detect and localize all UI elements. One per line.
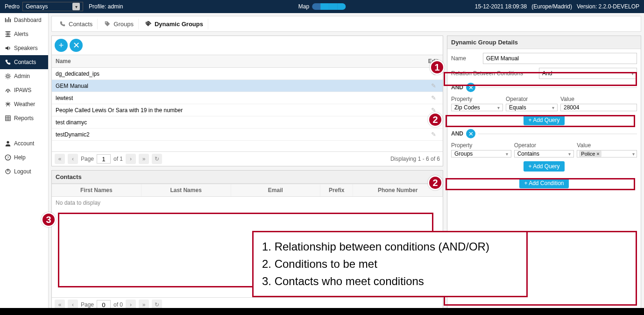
map-label: Map: [298, 3, 309, 10]
sidebar-item-contacts[interactable]: Contacts: [0, 55, 48, 69]
tab-contacts[interactable]: Contacts: [55, 19, 98, 29]
page-input[interactable]: [97, 154, 111, 164]
value-tag-input[interactable]: Police × ▾: [577, 150, 637, 158]
tabstrip: Contacts Groups Dynamic Groups: [51, 16, 641, 32]
value-input[interactable]: [560, 104, 637, 111]
sidebar-item-label: Admin: [14, 73, 30, 79]
table-row[interactable]: lewtest✎: [52, 92, 443, 104]
chevron-down-icon: ▾: [632, 151, 635, 157]
name-input[interactable]: [483, 53, 637, 64]
relation-label: Relation Between Conditions: [451, 70, 535, 77]
toggle-seg: [329, 3, 337, 10]
sidebar-item-speakers[interactable]: Speakers: [0, 41, 48, 55]
bottom-black-bar: [0, 308, 644, 315]
row-name: GEM Manual: [52, 80, 424, 92]
sidebar-item-label: IPAWS: [14, 87, 31, 93]
table-row[interactable]: People Called Lewis Or Sara with 19 in t…: [52, 104, 443, 116]
edit-icon[interactable]: ✎: [431, 94, 436, 101]
annotation-badge-2b: 2: [428, 175, 443, 190]
sidebar-item-logout[interactable]: Logout: [0, 165, 48, 179]
add-query-button[interactable]: + Add Query: [524, 161, 564, 172]
table-row[interactable]: dg_dedicated_ips✎: [52, 68, 443, 80]
operator-value: Contains: [517, 150, 539, 157]
remove-condition-button[interactable]: ✕: [466, 83, 475, 92]
row-name: People Called Lewis Or Sara with 19 in t…: [52, 105, 424, 116]
sidebar-item-help[interactable]: ? Help: [0, 150, 48, 165]
property-select[interactable]: Groups ▾: [451, 150, 511, 158]
sidebar-item-label: Logout: [14, 168, 31, 175]
page-label: Page: [81, 301, 94, 308]
toggle-track: [312, 3, 346, 10]
version: Version: 2.2.0-DEVELOP: [577, 3, 639, 10]
page-refresh-button[interactable]: ↻: [152, 154, 162, 164]
groups-pager: « ‹ Page of 1 › » ↻ Displaying 1 - 6 of …: [52, 151, 443, 166]
page-of: of 0: [113, 301, 123, 308]
sidebar-item-label: Reports: [14, 115, 34, 122]
weather-icon: [5, 101, 11, 107]
add-query-button[interactable]: + Add Query: [524, 115, 564, 125]
sidebar-item-dashboard[interactable]: Dashboard: [0, 13, 48, 27]
page-first-button[interactable]: «: [55, 154, 65, 164]
page-prev-button[interactable]: ‹: [68, 154, 78, 164]
chevron-down-icon: ▾: [497, 105, 500, 110]
operator-label: Operator: [506, 96, 558, 102]
table-row[interactable]: test dinamyc✎: [52, 116, 443, 129]
sidebar-item-admin[interactable]: Admin: [0, 69, 48, 83]
sidebar-item-ipaws[interactable]: IPAWS: [0, 83, 48, 97]
sidebar-item-label: Dashboard: [14, 17, 42, 23]
admin-icon: [5, 73, 11, 79]
legend-line-3: 3. Contacts who meet conditions: [262, 272, 518, 290]
svg-rect-0: [5, 18, 6, 22]
and-separator: AND: [451, 84, 463, 91]
sidebar-item-alerts[interactable]: Alerts: [0, 27, 48, 41]
chevron-down-icon: ▾: [552, 105, 554, 110]
table-row[interactable]: testDynamic2✎: [52, 129, 443, 141]
help-icon: ?: [5, 154, 11, 161]
page-last-button[interactable]: »: [139, 154, 149, 164]
tag-remove-icon[interactable]: ×: [596, 151, 599, 157]
edit-icon[interactable]: ✎: [431, 82, 436, 89]
property-value: Zip Codes: [454, 104, 480, 111]
svg-text:?: ?: [7, 156, 9, 160]
sidebar-item-label: Help: [14, 154, 26, 161]
top-bar: Pedro Genasys ▾ Profile: admin Map 15-12…: [0, 0, 644, 13]
value-label: Value: [560, 96, 637, 102]
table-row[interactable]: GEM Manual✎: [52, 80, 443, 92]
sidebar-item-weather[interactable]: Weather: [0, 97, 48, 111]
page-next-button[interactable]: ›: [126, 154, 136, 164]
add-group-button[interactable]: +: [55, 39, 68, 52]
relation-select[interactable]: And ▾: [539, 68, 637, 79]
edit-icon[interactable]: ✎: [431, 131, 436, 138]
property-label: Property: [451, 142, 511, 149]
sidebar-item-reports[interactable]: Reports: [0, 111, 48, 125]
account-icon: [5, 140, 11, 147]
value-label: Value: [577, 142, 637, 149]
org-select[interactable]: Genasys ▾: [22, 2, 83, 11]
row-name: lewtest: [52, 93, 424, 104]
sidebar-item-account[interactable]: Account: [0, 136, 48, 150]
relation-value: And: [542, 70, 552, 77]
add-condition-button[interactable]: + Add Condition: [519, 178, 568, 188]
chevron-down-icon: ▾: [568, 151, 571, 157]
name-label: Name: [451, 55, 479, 62]
map-toggle[interactable]: Map: [298, 3, 346, 10]
property-select[interactable]: Zip Codes ▾: [451, 104, 503, 111]
delete-group-button[interactable]: ✕: [70, 39, 83, 52]
row-name: testDynamic2: [52, 129, 424, 140]
operator-select[interactable]: Equals ▾: [506, 104, 558, 111]
chevron-down-icon: ▾: [631, 71, 634, 76]
value-tag: Police ×: [579, 150, 601, 157]
operator-select[interactable]: Contains ▾: [514, 150, 574, 158]
org-name: Genasys: [26, 3, 48, 10]
svg-point-16: [106, 22, 107, 23]
phone-icon: [59, 21, 66, 27]
tab-groups[interactable]: Groups: [99, 19, 139, 29]
sidebar-item-label: Contacts: [14, 59, 36, 65]
ipaws-icon: [5, 87, 11, 93]
tab-dynamic-groups[interactable]: Dynamic Groups: [141, 19, 208, 29]
and-separator: AND: [451, 130, 463, 137]
sidebar-item-label: Alerts: [14, 31, 28, 37]
tag-icon: [104, 21, 111, 27]
page-of: of 1: [113, 156, 123, 162]
remove-condition-button[interactable]: ✕: [466, 129, 475, 138]
